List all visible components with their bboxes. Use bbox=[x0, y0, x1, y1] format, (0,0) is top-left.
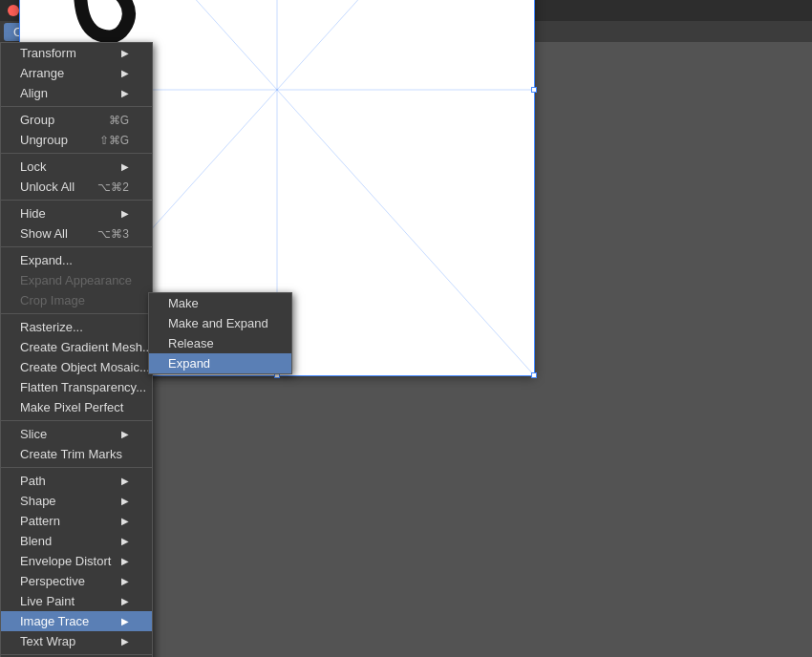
submenu-expand[interactable]: Expand bbox=[149, 353, 291, 373]
sep8 bbox=[1, 654, 152, 655]
menu-transform[interactable]: Transform▶ bbox=[1, 43, 152, 63]
menu-hide[interactable]: Hide▶ bbox=[1, 203, 152, 223]
submenu-make-and-expand[interactable]: Make and Expand bbox=[149, 313, 291, 333]
submenu-make[interactable]: Make bbox=[149, 293, 291, 313]
menu-show-all[interactable]: Show All⌥⌘3 bbox=[1, 223, 152, 244]
menu-text-wrap[interactable]: Text Wrap▶ bbox=[1, 631, 152, 651]
menu-align[interactable]: Align▶ bbox=[1, 83, 152, 103]
menu-create-trim-marks[interactable]: Create Trim Marks bbox=[1, 444, 152, 464]
menu-create-gradient-mesh[interactable]: Create Gradient Mesh... bbox=[1, 337, 152, 357]
menu-ungroup[interactable]: Ungroup⇧⌘G bbox=[1, 130, 152, 150]
menu-blend[interactable]: Blend▶ bbox=[1, 531, 152, 551]
menu-perspective[interactable]: Perspective▶ bbox=[1, 571, 152, 591]
menu-live-paint[interactable]: Live Paint▶ bbox=[1, 591, 152, 611]
menu-arrange[interactable]: Arrange▶ bbox=[1, 63, 152, 83]
menu-shape[interactable]: Shape▶ bbox=[1, 491, 152, 511]
handle-mr[interactable] bbox=[531, 87, 537, 93]
image-trace-submenu: Make Make and Expand Release Expand bbox=[148, 292, 292, 374]
sep1 bbox=[1, 106, 152, 107]
menu-slice[interactable]: Slice▶ bbox=[1, 424, 152, 444]
sep4 bbox=[1, 246, 152, 247]
menu-path[interactable]: Path▶ bbox=[1, 471, 152, 491]
menu-make-pixel-perfect[interactable]: Make Pixel Perfect bbox=[1, 397, 152, 417]
menu-expand-appearance: Expand Appearance bbox=[1, 270, 152, 290]
menu-unlock-all[interactable]: Unlock All⌥⌘2 bbox=[1, 177, 152, 197]
sep5 bbox=[1, 313, 152, 314]
menu-create-object-mosaic[interactable]: Create Object Mosaic... bbox=[1, 357, 152, 377]
menu-image-trace[interactable]: Image Trace▶ bbox=[1, 611, 152, 631]
object-dropdown-menu: Transform▶ Arrange▶ Align▶ Group⌘G Ungro… bbox=[0, 42, 153, 657]
menu-lock[interactable]: Lock▶ bbox=[1, 157, 152, 177]
sep6 bbox=[1, 420, 152, 421]
handle-br[interactable] bbox=[531, 372, 537, 378]
menu-expand[interactable]: Expand... bbox=[1, 250, 152, 270]
menu-flatten-transparency[interactable]: Flatten Transparency... bbox=[1, 377, 152, 397]
submenu-release[interactable]: Release bbox=[149, 333, 291, 353]
menu-envelope-distort[interactable]: Envelope Distort▶ bbox=[1, 551, 152, 571]
sep7 bbox=[1, 467, 152, 468]
menu-pattern[interactable]: Pattern▶ bbox=[1, 511, 152, 531]
menu-crop-image: Crop Image bbox=[1, 290, 152, 310]
menu-group[interactable]: Group⌘G bbox=[1, 110, 152, 130]
menu-rasterize[interactable]: Rasterize... bbox=[1, 317, 152, 337]
sep2 bbox=[1, 153, 152, 154]
sep3 bbox=[1, 200, 152, 201]
